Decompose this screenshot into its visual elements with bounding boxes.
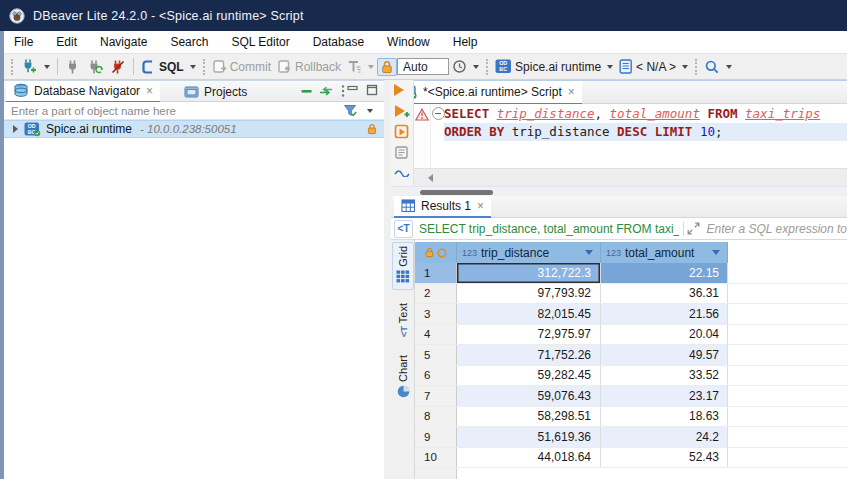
toolbar-drag-handle[interactable] bbox=[203, 59, 205, 75]
row-number[interactable]: 1 bbox=[415, 263, 457, 283]
panel-splitter-vertical[interactable] bbox=[384, 80, 391, 479]
cell[interactable]: 312,722.3 bbox=[457, 263, 601, 283]
toolbar-drag-handle[interactable] bbox=[486, 59, 488, 75]
row-number[interactable]: 5 bbox=[415, 345, 457, 365]
menu-window[interactable]: Window bbox=[387, 35, 430, 49]
cell[interactable]: 71,752.26 bbox=[457, 345, 601, 365]
row-number[interactable]: 7 bbox=[415, 386, 457, 406]
connection-tree-item[interactable]: ODBC Spice.ai runtime - 10.0.0.238:50051 bbox=[4, 120, 384, 138]
tab-text-view[interactable]: Text <T bbox=[392, 300, 414, 352]
cell[interactable]: 72,975.97 bbox=[457, 325, 601, 345]
row-number[interactable]: 2 bbox=[415, 284, 457, 304]
menu-search[interactable]: Search bbox=[170, 35, 208, 49]
tab-database-navigator[interactable]: Database Navigator bbox=[6, 81, 160, 103]
row-number[interactable]: 10 bbox=[415, 448, 457, 468]
row-number[interactable]: 9 bbox=[415, 427, 457, 447]
close-icon[interactable] bbox=[568, 86, 575, 98]
rollback-button[interactable]: Rollback bbox=[275, 57, 343, 76]
splitter-handle[interactable] bbox=[420, 190, 493, 195]
cell[interactable]: 20.04 bbox=[601, 325, 728, 345]
cell[interactable]: 82,015.45 bbox=[457, 304, 601, 324]
tab-projects[interactable]: Projects bbox=[177, 81, 254, 103]
execute-statement-icon[interactable] bbox=[394, 84, 404, 96]
row-number[interactable]: 4 bbox=[415, 325, 457, 345]
cell[interactable]: 18.63 bbox=[601, 407, 728, 427]
view-menu-icon[interactable] bbox=[340, 84, 346, 98]
toolbar-drag-handle[interactable] bbox=[695, 59, 697, 75]
object-filter-field[interactable]: Enter a part of object name here bbox=[4, 102, 384, 120]
table-row[interactable]: 8 58,298.51 18.63 bbox=[415, 407, 847, 428]
close-icon[interactable] bbox=[146, 85, 153, 97]
minimize-view-icon[interactable] bbox=[301, 84, 312, 98]
cell[interactable]: 52.43 bbox=[601, 448, 728, 468]
active-database-selector[interactable]: < N/A > bbox=[617, 57, 678, 76]
tab-results-1[interactable]: Results 1 bbox=[394, 196, 491, 218]
sql-editor-button[interactable]: SQL bbox=[139, 57, 186, 77]
row-number[interactable]: 8 bbox=[415, 407, 457, 427]
cell[interactable]: 33.52 bbox=[601, 366, 728, 386]
cell[interactable]: 51,619.36 bbox=[457, 427, 601, 447]
search-caret[interactable] bbox=[726, 65, 732, 69]
active-connection-caret[interactable] bbox=[607, 65, 613, 69]
row-number[interactable]: 3 bbox=[415, 304, 457, 324]
code-area[interactable]: SELECT trip_distance, total_amount FROM … bbox=[444, 104, 847, 168]
cell[interactable]: 58,298.51 bbox=[457, 407, 601, 427]
disconnect-button[interactable] bbox=[108, 57, 128, 77]
cell[interactable]: 36.31 bbox=[601, 284, 728, 304]
link-editor-icon[interactable] bbox=[319, 84, 333, 98]
search-button[interactable] bbox=[702, 57, 722, 77]
cell[interactable]: 59,282.45 bbox=[457, 366, 601, 386]
sort-icon[interactable] bbox=[712, 250, 720, 255]
results-filter-query[interactable]: SELECT trip_distance, total_amount FROM … bbox=[419, 222, 679, 236]
transaction-mode-button[interactable] bbox=[345, 57, 364, 76]
close-icon[interactable] bbox=[477, 200, 484, 212]
cell[interactable]: 22.15 bbox=[601, 263, 728, 283]
cell[interactable]: 21.56 bbox=[601, 304, 728, 324]
explain-plan-icon[interactable] bbox=[394, 145, 410, 164]
cell[interactable]: 24.2 bbox=[601, 427, 728, 447]
execute-new-tab-icon[interactable] bbox=[394, 104, 412, 122]
table-row[interactable]: 10 44,018.64 52.43 bbox=[415, 448, 847, 469]
sort-desc-icon[interactable] bbox=[585, 250, 593, 255]
menu-navigate[interactable]: Navigate bbox=[100, 35, 147, 49]
row-number[interactable]: 6 bbox=[415, 366, 457, 386]
new-connection-caret[interactable] bbox=[44, 65, 50, 69]
active-connection-selector[interactable]: ODBC Spice.ai runtime bbox=[493, 57, 603, 76]
table-row[interactable]: 3 82,015.45 21.56 bbox=[415, 304, 847, 325]
tab-grid-view[interactable]: Grid bbox=[392, 242, 414, 290]
results-splitter-horizontal[interactable] bbox=[391, 186, 847, 196]
menu-file[interactable]: File bbox=[14, 35, 33, 49]
connect-button[interactable] bbox=[63, 57, 83, 77]
table-row[interactable]: 1 312,722.3 22.15 bbox=[415, 263, 847, 284]
sql-editor-caret[interactable] bbox=[190, 65, 196, 69]
cell[interactable]: 23.17 bbox=[601, 386, 728, 406]
maximize-panel-icon[interactable] bbox=[366, 84, 378, 96]
expand-filter-icon[interactable] bbox=[687, 222, 700, 235]
transaction-log-button[interactable] bbox=[450, 57, 469, 76]
cell[interactable]: 97,793.92 bbox=[457, 284, 601, 304]
commit-button[interactable]: Commit bbox=[210, 57, 273, 76]
table-row[interactable]: 6 59,282.45 33.52 bbox=[415, 366, 847, 387]
cell[interactable]: 59,076.43 bbox=[457, 386, 601, 406]
execute-script-icon[interactable] bbox=[394, 124, 410, 143]
active-database-caret[interactable] bbox=[682, 65, 688, 69]
table-row[interactable]: 9 51,619.36 24.2 bbox=[415, 427, 847, 448]
menu-edit[interactable]: Edit bbox=[56, 35, 77, 49]
connection-lock-toggle[interactable] bbox=[377, 58, 397, 76]
filter-expression-placeholder[interactable]: Enter a SQL expression to bbox=[706, 222, 847, 236]
new-connection-button[interactable] bbox=[18, 56, 40, 77]
transaction-mode-caret[interactable] bbox=[368, 65, 374, 69]
toolbar-drag-handle[interactable] bbox=[11, 59, 13, 75]
column-header-trip-distance[interactable]: 123 trip_distance bbox=[457, 242, 601, 263]
more-actions-icon[interactable] bbox=[394, 166, 410, 180]
expand-chevron-icon[interactable] bbox=[13, 125, 18, 133]
table-row[interactable]: 7 59,076.43 23.17 bbox=[415, 386, 847, 407]
table-row[interactable]: 4 72,975.97 20.04 bbox=[415, 325, 847, 346]
cell[interactable]: 49.57 bbox=[601, 345, 728, 365]
editor-horizontal-scrollbar[interactable] bbox=[414, 168, 847, 186]
sql-text-filter-icon[interactable]: <T bbox=[394, 220, 413, 238]
transaction-log-caret[interactable] bbox=[473, 65, 479, 69]
table-row[interactable]: 2 97,793.92 36.31 bbox=[415, 284, 847, 305]
grid-corner-header[interactable] bbox=[415, 242, 457, 263]
table-row[interactable]: 5 71,752.26 49.57 bbox=[415, 345, 847, 366]
